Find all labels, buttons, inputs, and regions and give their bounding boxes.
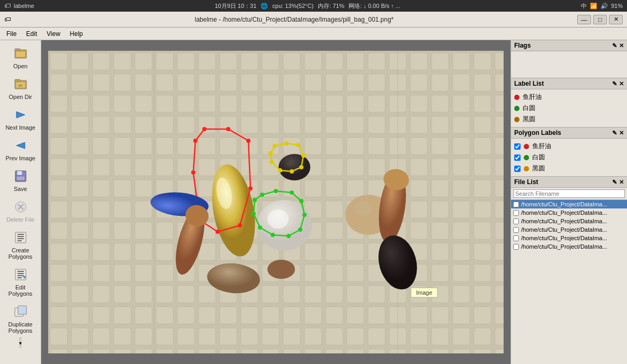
- svg-point-68: [286, 234, 291, 238]
- open-label: Open: [13, 63, 28, 69]
- flags-header-icons: ✎ ✕: [612, 42, 624, 49]
- file-name-5: /home/ctu/Ctu_Project/DataIma...: [521, 243, 607, 250]
- file-item-2[interactable]: /home/ctu/Ctu_Project/DataIma...: [511, 217, 627, 225]
- file-name-0: /home/ctu/Ctu_Project/DataIma...: [521, 201, 607, 207]
- prev-image-label: Prev Image: [5, 155, 35, 161]
- prev-image-icon: [12, 137, 29, 154]
- menu-edit[interactable]: Edit: [22, 29, 41, 39]
- minimize-button[interactable]: —: [577, 15, 591, 24]
- poly-label-baiyuan: 白圆: [532, 153, 545, 162]
- svg-point-55: [290, 169, 294, 174]
- file-item-5[interactable]: /home/ctu/Ctu_Project/DataIma...: [511, 242, 627, 251]
- window-controls: — □ ✕: [577, 15, 623, 24]
- svg-point-70: [258, 225, 262, 230]
- file-item-4[interactable]: /home/ctu/Ctu_Project/DataIma...: [511, 234, 627, 242]
- toolbar-collapse-button[interactable]: ▾: [19, 338, 22, 348]
- file-name-3: /home/ctu/Ctu_Project/DataIma...: [521, 226, 607, 233]
- svg-point-39: [246, 139, 250, 143]
- create-polygons-label: Create Polygons: [4, 247, 38, 260]
- file-checkbox-0[interactable]: [513, 202, 519, 207]
- svg-point-57: [270, 160, 274, 164]
- flags-section: Flags ✎ ✕: [511, 40, 627, 78]
- label-list-title: Label List: [514, 80, 544, 87]
- file-checkbox-2[interactable]: [513, 219, 519, 224]
- create-polygons-button[interactable]: Create Polygons: [2, 226, 39, 262]
- svg-rect-10: [17, 171, 22, 175]
- file-name-2: /home/ctu/Ctu_Project/DataIma...: [521, 218, 607, 224]
- menu-help[interactable]: Help: [66, 29, 87, 39]
- open-dir-button[interactable]: dir Open Dir: [2, 73, 39, 103]
- label-item-yuganyou[interactable]: 鱼肝油: [514, 92, 624, 103]
- app-icon: 🏷: [4, 15, 11, 23]
- svg-point-72: [253, 198, 257, 202]
- polygon-labels-header-icons: ✎ ✕: [612, 130, 624, 136]
- label-list-close-icon[interactable]: ✕: [619, 80, 624, 87]
- main-layout: Open dir Open Dir Next Image: [0, 40, 627, 364]
- poly-labels-close-icon[interactable]: ✕: [619, 130, 624, 136]
- file-list-items: /home/ctu/Ctu_Project/DataIma... /home/c…: [511, 200, 627, 364]
- file-item-0[interactable]: /home/ctu/Ctu_Project/DataIma...: [511, 200, 627, 208]
- flags-edit-icon[interactable]: ✎: [612, 42, 617, 49]
- svg-point-69: [271, 233, 275, 237]
- duplicate-polygons-label: Duplicate Polygons: [4, 321, 38, 334]
- file-checkbox-5[interactable]: [513, 244, 519, 250]
- menu-file[interactable]: File: [2, 29, 21, 39]
- image-container: Image: [41, 40, 510, 364]
- open-button[interactable]: Open: [2, 42, 39, 72]
- svg-point-77: [355, 201, 372, 216]
- prev-image-button[interactable]: Prev Image: [2, 134, 39, 164]
- sys-center: 10月9日 10：31 🌐 cpu: 13%(52°C) 内存: 71% 网络:…: [214, 2, 400, 10]
- file-checkbox-4[interactable]: [513, 235, 519, 241]
- poly-item-baiyuan[interactable]: 白圆: [514, 152, 624, 163]
- polygon-labels-section: Polygon Labels ✎ ✕ 鱼肝油 白圆: [511, 128, 627, 177]
- title-bar: 🏷 labelme - /home/ctu/Ctu_Project/DataIm…: [0, 12, 627, 28]
- label-list-edit-icon[interactable]: ✎: [612, 80, 617, 87]
- title-bar-left: 🏷: [4, 15, 11, 23]
- file-item-1[interactable]: /home/ctu/Ctu_Project/DataIma...: [511, 208, 627, 217]
- svg-marker-8: [16, 142, 25, 149]
- canvas-area[interactable]: Image: [41, 40, 510, 364]
- next-image-button[interactable]: Next Image: [2, 104, 39, 133]
- flags-close-icon[interactable]: ✕: [619, 42, 624, 49]
- svg-point-40: [248, 186, 253, 190]
- svg-point-58: [268, 151, 273, 156]
- next-image-icon: [12, 106, 29, 123]
- poly-checkbox-yuganyou[interactable]: [514, 143, 521, 150]
- poly-checkbox-baiyuan[interactable]: [514, 154, 521, 161]
- duplicate-polygons-button[interactable]: Duplicate Polygons: [2, 301, 39, 336]
- label-item-baiyuan[interactable]: 白圆: [514, 103, 624, 114]
- label-list-header: Label List ✎ ✕: [511, 78, 627, 89]
- menu-bar: File Edit View Help: [0, 28, 627, 40]
- file-search-input[interactable]: [513, 189, 625, 198]
- poly-dot-baiyuan: [524, 155, 529, 160]
- file-list-edit-icon[interactable]: ✎: [612, 179, 617, 186]
- poly-labels-edit-icon[interactable]: ✎: [612, 130, 617, 136]
- maximize-button[interactable]: □: [593, 15, 607, 24]
- datetime: 10月9日 10：31: [214, 2, 256, 10]
- volume-icon: 🔊: [601, 3, 608, 10]
- poly-item-yuganyou[interactable]: 鱼肝油: [514, 141, 624, 152]
- delete-file-button[interactable]: Delete File: [2, 196, 39, 225]
- file-item-3[interactable]: /home/ctu/Ctu_Project/DataIma...: [511, 225, 627, 234]
- app-logo: 🏷: [4, 2, 11, 10]
- poly-checkbox-heiyuan[interactable]: [514, 166, 521, 172]
- flags-header: Flags ✎ ✕: [511, 40, 627, 51]
- file-search-container: [511, 188, 627, 200]
- sys-left: 🏷 labelme: [4, 2, 34, 10]
- poly-item-heiyuan[interactable]: 黑圆: [514, 163, 624, 174]
- edit-polygons-button[interactable]: Edit Polygons: [2, 263, 39, 299]
- annotation-canvas[interactable]: Image: [48, 51, 504, 353]
- svg-point-64: [290, 190, 294, 195]
- file-checkbox-3[interactable]: [513, 227, 519, 233]
- svg-point-62: [260, 193, 264, 197]
- label-item-heiyuan[interactable]: 黑圆: [514, 114, 624, 125]
- svg-point-56: [278, 168, 282, 172]
- close-button[interactable]: ✕: [609, 15, 623, 24]
- menu-view[interactable]: View: [42, 29, 65, 39]
- file-checkbox-1[interactable]: [513, 210, 519, 216]
- svg-point-65: [299, 199, 303, 203]
- file-list-close-icon[interactable]: ✕: [619, 179, 624, 186]
- save-button[interactable]: Save: [2, 165, 39, 195]
- file-list-header-icons: ✎ ✕: [612, 179, 624, 186]
- file-list-section: File List ✎ ✕ /home/ctu/Ctu_Project/Data…: [511, 177, 627, 364]
